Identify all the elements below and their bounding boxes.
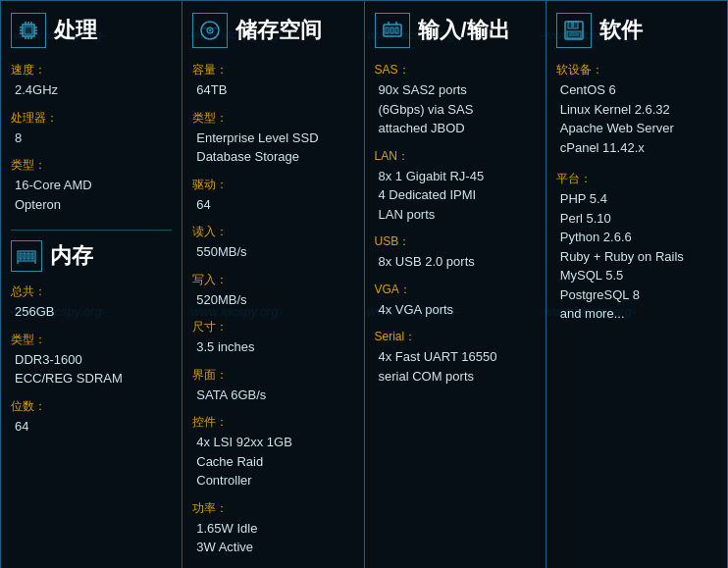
svg-rect-33 (571, 23, 574, 27)
processing-speed-label: 速度： (11, 62, 172, 78)
svg-rect-34 (567, 31, 581, 38)
svg-rect-16 (24, 253, 26, 259)
software-devices: 软设备： CentOS 6Linux Kernel 2.6.32Apache W… (556, 62, 717, 157)
software-platform: 平台： PHP 5.4Perl 5.10Python 2.6.6Ruby + R… (556, 171, 717, 324)
svg-rect-28 (395, 27, 398, 33)
memory-section: 内存 总共： 256GB 类型： DDR3-1600ECC/REG SDRAM … (11, 230, 172, 436)
memory-total-label: 总共： (11, 284, 172, 300)
io-lan-value: 8x 1 Gigabit RJ-454 Dedicated IPMILAN po… (375, 167, 536, 225)
storage-power: 功率： 1.65W Idle3W Active (192, 500, 353, 557)
storage-read-value: 550MB/s (192, 242, 353, 262)
storage-header: 储存空间 (192, 13, 353, 48)
storage-size-label: 尺寸： (192, 319, 353, 336)
storage-controller: 控件： 4x LSI 92xx 1GBCache RaidController (192, 414, 353, 491)
storage-drive-label: 驱动： (192, 177, 353, 193)
io-serial: Serial： 4x Fast UART 16550serial COM por… (375, 329, 536, 386)
processing-type-section: 类型： 16-Core AMDOpteron (11, 157, 172, 214)
io-vga-value: 4x VGA ports (375, 300, 536, 320)
storage-write-value: 520MB/s (192, 290, 353, 310)
io-vga-label: VGA： (375, 282, 536, 298)
memory-icon (11, 240, 42, 272)
io-sas-label: SAS： (375, 62, 536, 78)
processing-type-label: 类型： (11, 157, 172, 174)
column-software: 软件 软设备： CentOS 6Linux Kernel 2.6.32Apach… (546, 0, 728, 568)
memory-total-section: 总共： 256GB (11, 284, 172, 322)
io-sas-value: 90x SAS2 ports(6Gbps) via SASattached JB… (375, 80, 536, 138)
storage-read: 读入： 550MB/s (192, 224, 353, 262)
software-title: 软件 (599, 16, 643, 45)
svg-rect-18 (31, 253, 33, 259)
software-devices-label: 软设备： (556, 62, 717, 78)
storage-capacity: 容量： 64TB (192, 62, 353, 100)
io-serial-label: Serial： (375, 329, 536, 345)
software-platform-label: 平台： (556, 171, 717, 187)
io-lan: LAN： 8x 1 Gigabit RJ-454 Dedicated IPMIL… (375, 148, 536, 225)
storage-size: 尺寸： 3.5 inches (192, 319, 353, 357)
processing-title: 处理 (54, 16, 97, 45)
memory-type-section: 类型： DDR3-1600ECC/REG SDRAM (11, 332, 172, 388)
svg-rect-26 (386, 27, 389, 33)
io-usb-value: 8x USB 2.0 ports (375, 252, 536, 272)
svg-rect-1 (25, 26, 32, 34)
column-storage: 储存空间 容量： 64TB 类型： Enterprise Level SSDDa… (182, 0, 364, 568)
memory-bits-section: 位数： 64 (11, 398, 172, 437)
storage-drive: 驱动： 64 (192, 177, 353, 215)
svg-rect-27 (390, 27, 393, 33)
storage-interface-label: 界面： (192, 367, 353, 384)
io-lan-label: LAN： (375, 148, 536, 165)
storage-size-value: 3.5 inches (192, 337, 353, 357)
processing-type-value: 16-Core AMDOpteron (11, 176, 172, 214)
storage-controller-value: 4x LSI 92xx 1GBCache RaidController (192, 433, 353, 491)
io-vga: VGA： 4x VGA ports (375, 282, 536, 320)
processing-speed-section: 速度： 2.4GHz (11, 62, 172, 100)
storage-interface: 界面： SATA 6GB/s (192, 367, 353, 405)
io-sas: SAS： 90x SAS2 ports(6Gbps) via SASattach… (375, 62, 536, 138)
processing-speed-value: 2.4GHz (11, 80, 172, 100)
svg-rect-24 (200, 27, 220, 29)
svg-rect-15 (20, 253, 22, 259)
memory-header: 内存 (11, 240, 172, 272)
storage-capacity-value: 64TB (192, 80, 353, 100)
memory-bits-label: 位数： (11, 398, 172, 415)
storage-title: 储存空间 (235, 16, 322, 45)
storage-type-value: Enterprise Level SSDDatabase Storage (192, 129, 353, 167)
storage-drive-value: 64 (192, 195, 353, 215)
main-container: 处理 速度： 2.4GHz 处理器： 8 类型： 16-Core AMDOpte… (0, 0, 728, 568)
io-header: 输入/输出 (375, 13, 536, 48)
software-platform-value: PHP 5.4Perl 5.10Python 2.6.6Ruby + Ruby … (556, 189, 717, 324)
storage-interface-value: SATA 6GB/s (192, 386, 353, 405)
memory-type-label: 类型： (11, 332, 172, 348)
column-processing: 处理 速度： 2.4GHz 处理器： 8 类型： 16-Core AMDOpte… (0, 0, 182, 568)
io-serial-value: 4x Fast UART 16550serial COM ports (375, 347, 536, 386)
storage-write: 写入： 520MB/s (192, 272, 353, 310)
software-header: 软件 (556, 13, 717, 48)
disk-icon (192, 13, 228, 48)
svg-point-23 (209, 29, 211, 31)
processing-count-value: 8 (11, 129, 172, 148)
storage-controller-label: 控件： (192, 414, 353, 431)
io-icon (375, 13, 410, 48)
storage-type-label: 类型： (192, 110, 353, 127)
svg-rect-17 (27, 253, 29, 259)
io-usb: USB： 8x USB 2.0 ports (375, 233, 536, 272)
software-devices-value: CentOS 6Linux Kernel 2.6.32Apache Web Se… (556, 80, 717, 157)
io-title: 输入/输出 (418, 16, 510, 45)
memory-bits-value: 64 (11, 417, 172, 437)
storage-capacity-label: 容量： (192, 62, 353, 78)
memory-title: 内存 (50, 241, 93, 271)
storage-power-label: 功率： (192, 500, 353, 517)
memory-total-value: 256GB (11, 302, 172, 322)
storage-read-label: 读入： (192, 224, 353, 240)
memory-type-value: DDR3-1600ECC/REG SDRAM (11, 350, 172, 388)
io-usb-label: USB： (375, 233, 536, 250)
processing-header: 处理 (11, 13, 172, 48)
column-io: 输入/输出 SAS： 90x SAS2 ports(6Gbps) via SAS… (365, 0, 546, 568)
storage-write-label: 写入： (192, 272, 353, 288)
cpu-icon (11, 13, 46, 48)
processing-count-label: 处理器： (11, 110, 172, 127)
storage-power-value: 1.65W Idle3W Active (192, 519, 353, 557)
storage-type: 类型： Enterprise Level SSDDatabase Storage (192, 110, 353, 167)
floppy-icon (556, 13, 592, 48)
processing-count-section: 处理器： 8 (11, 110, 172, 148)
